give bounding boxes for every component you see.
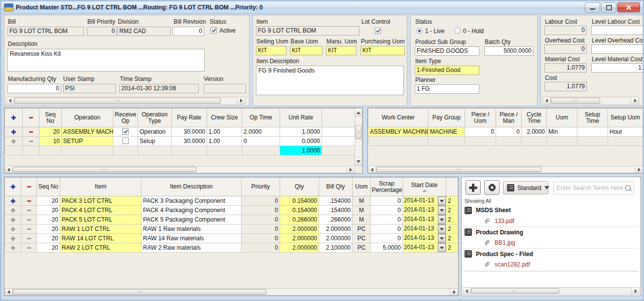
qty-cell[interactable]: 2.000000: [280, 243, 319, 253]
scroll-right-icon[interactable]: [631, 97, 639, 104]
start-date-value[interactable]: 2014-01-13: [403, 225, 438, 233]
hold-radio[interactable]: [454, 28, 461, 34]
delete-row-button[interactable]: [23, 137, 39, 146]
setup-uom-cell[interactable]: Hour: [608, 127, 643, 137]
uom-cell[interactable]: M: [353, 196, 371, 206]
scroll-left-icon[interactable]: [543, 97, 551, 104]
scroll-left-icon[interactable]: [5, 289, 13, 295]
bill-priority-field[interactable]: 0: [87, 27, 117, 36]
delete-row-button[interactable]: [23, 127, 39, 137]
item-cell[interactable]: PACK 4 LOT CTRL: [60, 206, 142, 215]
date-dropdown-button[interactable]: [438, 196, 446, 205]
add-row-button[interactable]: [5, 137, 23, 146]
scrap-percentage-cell[interactable]: 5.0000: [371, 243, 403, 253]
scroll-right-icon[interactable]: [237, 97, 245, 104]
bom-grid-hscrollbar[interactable]: [4, 288, 458, 296]
op-time-cell[interactable]: 0: [242, 137, 280, 146]
document-file-name[interactable]: scan1282.pdf: [495, 261, 530, 268]
unit-rate-cell[interactable]: 0.0000: [280, 137, 322, 146]
item-cell[interactable]: RAW 2 LOT CTRL: [60, 243, 142, 253]
start-date-value[interactable]: 2014-01-13: [403, 206, 438, 215]
priority-cell[interactable]: 0: [242, 196, 280, 206]
operation-type-cell[interactable]: Operation: [138, 127, 172, 137]
start-date-value[interactable]: 2014-01-13: [403, 196, 438, 205]
document-group-spec[interactable]: Product Spec - Filed: [463, 248, 639, 259]
uom-cell[interactable]: PC: [353, 234, 371, 243]
planner-field[interactable]: 1 FG: [415, 84, 479, 94]
scroll-left-icon[interactable]: [463, 288, 471, 294]
item-description-cell[interactable]: RAW 2 Raw materials: [142, 243, 242, 253]
uom-cell[interactable]: PC: [353, 225, 371, 234]
piece-man-cell[interactable]: 0: [496, 127, 522, 137]
time-stamp-field[interactable]: 2014-01-30 12:39:06: [119, 84, 199, 93]
add-row-button[interactable]: [5, 196, 21, 206]
scrap-percentage-cell[interactable]: 0: [371, 234, 403, 243]
item-cell[interactable]: PACK 3 LOT CTRL: [60, 196, 142, 206]
item-description-cell[interactable]: PACK 5 Packaging Component: [142, 215, 242, 225]
document-file-link[interactable]: BB1.jpg: [463, 237, 639, 248]
priority-cell[interactable]: 0: [242, 225, 280, 234]
delete-row-button[interactable]: [21, 234, 37, 243]
scrap-percentage-cell[interactable]: 0: [371, 206, 403, 215]
blank-cell[interactable]: [322, 137, 355, 146]
lot-control-checkbox[interactable]: [375, 28, 381, 34]
pay-rate-cell[interactable]: 30.0000: [172, 127, 207, 137]
document-file-link[interactable]: scan1282.pdf: [463, 259, 639, 270]
close-button[interactable]: [617, 2, 640, 12]
live-radio[interactable]: [416, 28, 423, 34]
col-header-start-date[interactable]: Start Date: [403, 178, 446, 196]
date-dropdown-button[interactable]: [438, 243, 446, 252]
work-center-cell[interactable]: ASSEMBLY MACHINE: [368, 127, 429, 137]
add-row-button[interactable]: [5, 225, 21, 234]
receive-op-checkbox[interactable]: [122, 138, 129, 144]
cycle-time-cell[interactable]: 2.0000: [522, 127, 547, 137]
add-row-button[interactable]: [5, 127, 23, 137]
minimize-button[interactable]: [585, 2, 600, 12]
scrap-percentage-cell[interactable]: 0: [371, 225, 403, 234]
qty-cell[interactable]: 2.000000: [280, 234, 319, 243]
seq-no-cell[interactable]: 20: [37, 215, 60, 225]
receive-op-cell[interactable]: [113, 137, 138, 146]
crew-size-cell[interactable]: 1.00: [207, 137, 242, 146]
bill-field[interactable]: FG 9 LOT CTRL BOM: [7, 27, 84, 36]
operation-cell[interactable]: SETUP: [62, 137, 113, 146]
scroll-down-icon[interactable]: [355, 157, 362, 165]
operations-grid-hscrollbar[interactable]: [4, 166, 355, 173]
blank-cell[interactable]: [322, 127, 355, 137]
delete-row-button[interactable]: [21, 225, 37, 234]
document-settings-button[interactable]: [484, 180, 500, 195]
batch-qty-field[interactable]: 5000.0000: [484, 46, 534, 56]
item-type-field[interactable]: 1-Finished Good: [415, 66, 479, 75]
level-material-cost-field[interactable]: 1.0779: [591, 63, 643, 73]
document-file-name[interactable]: 133.pdf: [495, 218, 514, 225]
user-stamp-field[interactable]: PSI: [63, 84, 116, 93]
description-field[interactable]: Revanesse Kiss Kit: [7, 49, 205, 72]
add-row-button[interactable]: [5, 206, 21, 215]
start-date-value[interactable]: 2014-01-13: [403, 243, 438, 252]
bill-qty-cell[interactable]: .154000: [319, 206, 353, 215]
qty-cell[interactable]: 2.000000: [280, 225, 319, 234]
op-time-cell[interactable]: 2.0000: [242, 127, 280, 137]
seq-no-cell[interactable]: 20: [39, 127, 62, 137]
level-labour-cost-field[interactable]: [591, 26, 643, 35]
bill-panel-hscrollbar[interactable]: [6, 97, 245, 105]
scroll-up-icon[interactable]: [355, 109, 362, 116]
document-search-input[interactable]: [556, 184, 624, 192]
labour-cost-field[interactable]: 0: [544, 26, 587, 35]
cost-field[interactable]: 1.0779: [544, 82, 587, 91]
active-checkbox[interactable]: [211, 27, 217, 34]
bill-qty-cell[interactable]: 2.000000: [319, 225, 353, 234]
date-dropdown-button[interactable]: [438, 234, 446, 243]
operations-grid-vscrollbar[interactable]: [355, 108, 362, 166]
delete-bom-item-button[interactable]: [21, 178, 37, 196]
delete-row-button[interactable]: [21, 206, 37, 215]
operation-cell[interactable]: ASSEMBLY MACHINE: [62, 127, 113, 137]
selling-uom-field[interactable]: KIT: [256, 46, 286, 55]
document-file-link[interactable]: 133.pdf: [463, 216, 639, 226]
manu-uom-field[interactable]: KIT: [326, 46, 357, 55]
scroll-right-icon[interactable]: [631, 288, 639, 294]
scrap-percentage-cell[interactable]: 0: [371, 215, 403, 225]
priority-cell[interactable]: 0: [242, 206, 280, 215]
bill-revision-field[interactable]: 0: [173, 27, 204, 36]
document-group-drawing[interactable]: Product Drawing: [463, 226, 639, 237]
